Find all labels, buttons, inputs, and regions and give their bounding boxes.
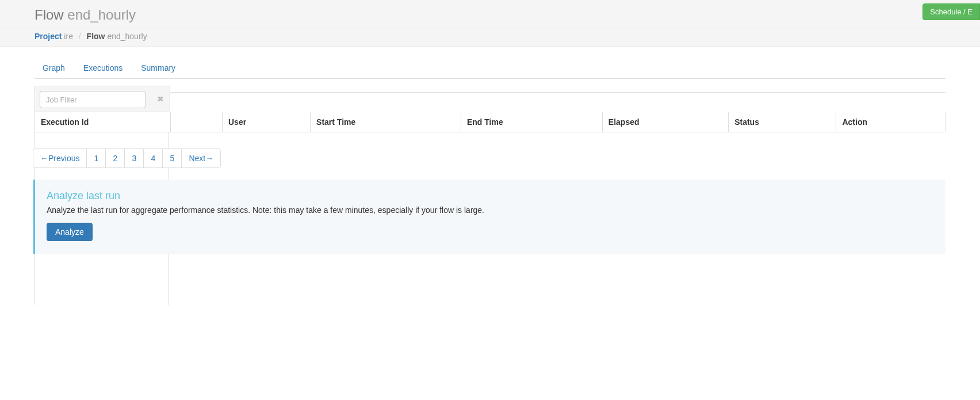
header-bar: Flow end_hourly Schedule / E <box>0 0 980 28</box>
breadcrumb-flow-label: Flow <box>87 32 105 41</box>
col-elapsed: Elapsed <box>602 112 728 132</box>
col-execution-id: Execution Id <box>35 112 171 132</box>
page-4[interactable]: 4 <box>143 148 163 168</box>
page-prev[interactable]: ←Previous <box>33 148 87 168</box>
schedule-execute-button[interactable]: Schedule / E <box>922 3 980 20</box>
analyze-title: Analyze last run <box>47 190 934 202</box>
tab-graph[interactable]: Graph <box>35 58 73 78</box>
col-end: End Time <box>461 112 602 132</box>
page-next[interactable]: Next→ <box>181 148 221 168</box>
breadcrumb-project-name: ire <box>64 32 73 41</box>
breadcrumb-flow-name: end_hourly <box>107 32 147 41</box>
breadcrumb-separator-icon: / <box>79 32 81 41</box>
clear-filter-icon[interactable]: ✖ <box>157 94 164 104</box>
page-title: Flow end_hourly <box>35 5 945 28</box>
page-2[interactable]: 2 <box>105 148 125 168</box>
table-header-strip <box>170 86 945 112</box>
page-1[interactable]: 1 <box>86 148 106 168</box>
title-suffix: end_hourly <box>67 7 136 22</box>
analyze-callout: Analyze last run Analyze the last run fo… <box>33 180 945 254</box>
nav-tabs: Graph Executions Summary <box>35 58 945 79</box>
analyze-button[interactable]: Analyze <box>47 223 93 241</box>
page-3[interactable]: 3 <box>124 148 144 168</box>
breadcrumb: Project ire / Flow end_hourly <box>0 28 980 47</box>
pagination: ←Previous 1 2 3 4 5 Next→ <box>33 148 945 168</box>
col-status: Status <box>729 112 836 132</box>
table-header-row: Execution Id User Start Time End Time El… <box>35 112 945 132</box>
breadcrumb-project-link[interactable]: Project <box>35 32 62 41</box>
executions-table: Execution Id User Start Time End Time El… <box>35 112 945 132</box>
page-5[interactable]: 5 <box>162 148 182 168</box>
job-filter-panel: ✖ <box>35 86 170 112</box>
title-prefix: Flow <box>35 7 64 22</box>
col-user: User <box>223 112 311 132</box>
tab-executions[interactable]: Executions <box>75 58 131 78</box>
job-filter-input[interactable] <box>40 91 146 108</box>
col-action: Action <box>836 112 945 132</box>
analyze-description: Analyze the last run for aggregate perfo… <box>47 205 934 215</box>
col-spacer <box>171 112 223 132</box>
tab-summary[interactable]: Summary <box>133 58 183 78</box>
col-start: Start Time <box>311 112 461 132</box>
